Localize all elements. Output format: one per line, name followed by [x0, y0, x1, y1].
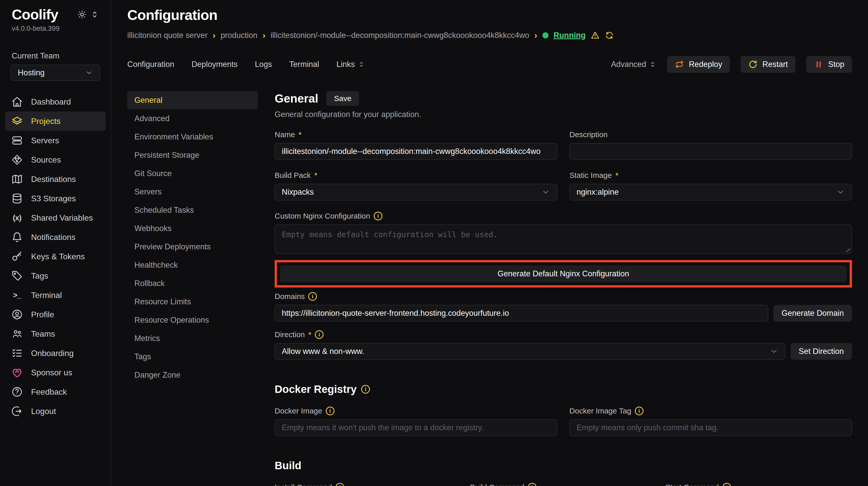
- sidebar-item-label: Terminal: [31, 291, 62, 300]
- subnav-resource-limits[interactable]: Resource Limits: [127, 293, 258, 311]
- subnav-rollback[interactable]: Rollback: [127, 274, 258, 293]
- restart-icon: [748, 60, 758, 69]
- sidebar-item-sources[interactable]: Sources: [5, 150, 106, 169]
- direction-select[interactable]: Allow www & non-www.: [275, 343, 785, 360]
- save-button[interactable]: Save: [326, 91, 359, 106]
- sidebar-item-profile[interactable]: Profile: [5, 305, 106, 324]
- sidebar-item-label: Sources: [31, 155, 61, 165]
- map-icon: [11, 173, 23, 185]
- tab-deployments[interactable]: Deployments: [191, 60, 238, 69]
- pause-icon: [814, 60, 824, 69]
- sidebar-item-shared-variables[interactable]: (x) Shared Variables: [5, 208, 106, 227]
- docker-image-tag-input[interactable]: [569, 419, 852, 436]
- sidebar-item-s3-storages[interactable]: S3 Storages: [5, 189, 106, 208]
- status-dot: [542, 32, 549, 38]
- breadcrumb-environment[interactable]: production: [221, 31, 257, 40]
- stop-button[interactable]: Stop: [806, 56, 852, 73]
- sidebar-item-tags[interactable]: Tags: [5, 266, 106, 286]
- subnav-healthcheck[interactable]: Healthcheck: [127, 256, 258, 274]
- team-select[interactable]: Hosting: [11, 65, 100, 81]
- description-label: Description: [569, 130, 608, 139]
- theme-switch-chevrons-icon[interactable]: [90, 10, 99, 19]
- subnav-label: Servers: [134, 187, 162, 196]
- tab-configuration[interactable]: Configuration: [127, 60, 174, 69]
- advanced-label: Advanced: [611, 60, 646, 69]
- start-command-label: Start Command: [665, 483, 719, 486]
- sidebar-item-teams[interactable]: Teams: [5, 324, 106, 344]
- subnav-webhooks[interactable]: Webhooks: [127, 219, 258, 238]
- chevron-down-icon: [85, 69, 93, 76]
- sidebar-item-notifications[interactable]: Notifications: [5, 227, 106, 247]
- breadcrumb-resource[interactable]: illicitestonion/-module--decomposition:m…: [271, 31, 529, 40]
- sidebar-item-logout[interactable]: Logout: [5, 401, 106, 421]
- sidebar-item-keys-tokens[interactable]: Keys & Tokens: [5, 247, 106, 266]
- sidebar-item-feedback[interactable]: Feedback: [5, 382, 106, 401]
- custom-nginx-textarea[interactable]: [275, 224, 852, 254]
- info-icon[interactable]: i: [635, 407, 644, 415]
- app-logo[interactable]: Coolify: [12, 6, 58, 23]
- set-direction-button[interactable]: Set Direction: [790, 343, 852, 360]
- subnav-resource-operations[interactable]: Resource Operations: [127, 311, 258, 329]
- sidebar-item-onboarding[interactable]: Onboarding: [5, 344, 106, 363]
- team-select-value: Hosting: [18, 68, 44, 77]
- subnav-environment-variables[interactable]: Environment Variables: [127, 128, 258, 146]
- refresh-icon[interactable]: [605, 31, 614, 40]
- tag-icon: [11, 270, 23, 282]
- direction-label: Direction: [275, 330, 305, 339]
- subnav-advanced[interactable]: Advanced: [127, 109, 258, 128]
- redeploy-button[interactable]: Redeploy: [667, 56, 730, 73]
- subnav-label: Rollback: [134, 279, 165, 288]
- subnav-persistent-storage[interactable]: Persistent Storage: [127, 146, 258, 164]
- domains-input[interactable]: [275, 305, 768, 322]
- info-icon[interactable]: i: [361, 385, 370, 394]
- tab-terminal[interactable]: Terminal: [289, 60, 319, 69]
- subnav-label: Preview Deployments: [134, 242, 211, 251]
- required-asterisk: *: [616, 171, 619, 180]
- info-icon[interactable]: i: [308, 292, 317, 301]
- tab-logs[interactable]: Logs: [255, 60, 272, 69]
- sidebar-item-terminal[interactable]: >_ Terminal: [5, 286, 106, 305]
- status-badge[interactable]: Running: [554, 31, 586, 40]
- build-pack-select[interactable]: Nixpacks: [275, 184, 557, 200]
- generate-nginx-config-button[interactable]: Generate Default Nginx Configuration: [280, 265, 847, 282]
- chevron-down-icon: [836, 188, 845, 196]
- subnav-scheduled-tasks[interactable]: Scheduled Tasks: [127, 201, 258, 219]
- static-image-value: nginx:alpine: [577, 188, 619, 197]
- static-image-select[interactable]: nginx:alpine: [569, 184, 852, 200]
- breadcrumb-project[interactable]: illicitonion quote server: [127, 31, 208, 40]
- sidebar-item-label: Shared Variables: [31, 213, 93, 223]
- info-icon[interactable]: i: [722, 483, 731, 486]
- tab-links[interactable]: Links: [337, 60, 365, 69]
- advanced-dropdown[interactable]: Advanced: [611, 60, 656, 69]
- info-icon[interactable]: i: [315, 330, 323, 339]
- custom-nginx-label: Custom Nginx Configuration: [275, 212, 370, 220]
- sidebar-item-sponsor-us[interactable]: Sponsor us: [5, 363, 106, 382]
- info-icon[interactable]: i: [326, 407, 335, 415]
- heart-hands-icon: [11, 367, 23, 378]
- restart-label: Restart: [762, 60, 788, 69]
- info-icon[interactable]: i: [374, 212, 382, 220]
- subnav-label: Environment Variables: [134, 132, 213, 141]
- name-input[interactable]: [275, 143, 557, 160]
- restart-button[interactable]: Restart: [741, 56, 796, 73]
- subnav-preview-deployments[interactable]: Preview Deployments: [127, 238, 258, 256]
- subnav-metrics[interactable]: Metrics: [127, 329, 258, 348]
- sidebar-item-servers[interactable]: Servers: [5, 131, 106, 150]
- info-icon[interactable]: i: [528, 483, 536, 486]
- subnav-danger-zone[interactable]: Danger Zone: [127, 366, 258, 384]
- sidebar-item-label: Projects: [31, 117, 61, 126]
- description-input[interactable]: [569, 143, 852, 160]
- subnav-git-source[interactable]: Git Source: [127, 164, 258, 183]
- subnav-servers[interactable]: Servers: [127, 183, 258, 201]
- subnav-tags[interactable]: Tags: [127, 348, 258, 366]
- sidebar-item-destinations[interactable]: Destinations: [5, 169, 106, 189]
- docker-image-input[interactable]: [275, 419, 557, 436]
- subnav-general[interactable]: General: [127, 91, 258, 109]
- server-icon: [11, 135, 23, 146]
- generate-domain-button[interactable]: Generate Domain: [773, 305, 852, 322]
- sidebar-item-dashboard[interactable]: Dashboard: [5, 92, 106, 111]
- info-icon[interactable]: i: [336, 483, 344, 486]
- theme-sun-icon[interactable]: [78, 10, 86, 19]
- sidebar-item-projects[interactable]: Projects: [5, 111, 106, 131]
- warning-icon[interactable]: [591, 31, 600, 40]
